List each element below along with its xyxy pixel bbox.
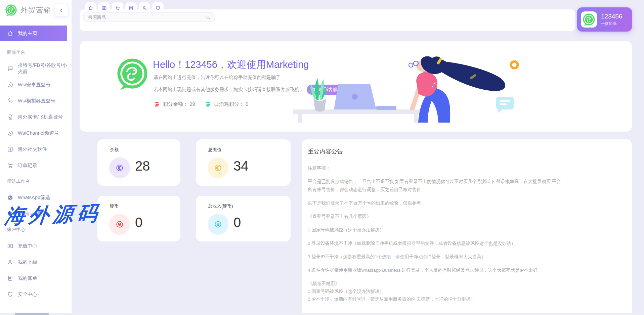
user-chip[interactable]: 123456 一贫如洗 — [577, 7, 632, 32]
top-tab-home[interactable] — [85, 2, 96, 12]
search-input[interactable] — [84, 15, 206, 20]
sidebar-item[interactable]: Ws/安卓直登号 — [0, 77, 72, 93]
bill-icon — [7, 275, 13, 281]
stat-card: 余额28 — [97, 139, 180, 186]
stat-card-value: 28 — [135, 159, 150, 174]
user-star-icon — [7, 259, 13, 265]
user-name: 123456 — [601, 13, 622, 20]
euro-coin-icon — [109, 158, 130, 178]
app-title: 外贸营销 — [20, 5, 51, 15]
wallet-icon — [101, 5, 107, 11]
sidebar-section-header: 商品平台 — [0, 44, 72, 60]
horizontal-scrollbar — [0, 313, 644, 315]
points-item: 积分余额： 29 — [154, 101, 195, 108]
welcome-line1: 请在网站上进行充值，告诉你可以在给你手动充值的都是骗子 — [154, 75, 281, 81]
sidebar-item[interactable]: Ws/Channel频道号 — [0, 125, 72, 141]
search-icon[interactable] — [206, 15, 211, 20]
top-tab-shield[interactable] — [152, 2, 164, 12]
cart-icon — [115, 5, 120, 11]
sidebar-item-label: 我的账单 — [18, 275, 37, 281]
announcement-title: 重要内容公告 — [308, 147, 561, 155]
sidebar-item-label: 推特号/FB号/谷歌号/小火箭 — [18, 62, 72, 75]
stat-card: 硬币0 — [97, 196, 180, 241]
horizontal-scrollbar-thumb[interactable] — [15, 313, 49, 315]
top-header-bar — [80, 9, 575, 31]
stat-card-label: 总充值 — [208, 147, 221, 153]
stat-card-value: 0 — [135, 215, 142, 230]
sidebar-item-home[interactable]: 我的主页 — [0, 26, 67, 41]
top-tab-user-star[interactable] — [139, 2, 150, 12]
sidebar-item-label: 海外实卡/飞机直登号 — [18, 114, 63, 120]
app-logo: 外贸营销 — [5, 4, 51, 16]
sidebar-item[interactable]: 推特号/FB号/谷歌号/小火箭 — [0, 60, 72, 77]
top-tab-cart[interactable] — [112, 2, 123, 12]
plant — [311, 79, 327, 112]
sidebar-collapse-button[interactable] — [55, 4, 68, 16]
avatar — [581, 11, 597, 28]
announcement-paragraph: 1.国家号码被风控（这个没办法解决） — [308, 287, 561, 295]
sidebar-menu: 商品平台推特号/FB号/谷歌号/小火箭Ws/安卓直登号Ws/模拟器直登号海外实卡… — [0, 44, 72, 302]
points-label: 积分余额： 29 — [163, 101, 195, 107]
sidebar-item[interactable]: Telegram筛选 — [0, 206, 72, 222]
points-row: 积分余额： 29日消耗积分： 0 — [154, 101, 248, 108]
sidebar-item[interactable]: 订单记录 — [0, 157, 72, 173]
coins-icon — [154, 101, 161, 108]
coins-icon — [205, 101, 212, 108]
workspace-illustration — [288, 44, 523, 123]
sidebar-item-label: Telegram筛选 — [18, 211, 48, 217]
sidebar-item-label: 充值中心 — [18, 243, 37, 249]
top-tabs — [85, 2, 164, 12]
sidebar-item[interactable]: 安全中心 — [0, 286, 72, 302]
announcement-paragraph: 以下是我们登录了不下百万个号的出来的经验，仅供参考 — [308, 199, 561, 207]
announcement-paragraph: 注意事项： — [308, 164, 561, 172]
user-subtitle: 一贫如洗 — [601, 21, 622, 26]
sidebar-item[interactable]: WhatsApp筛选 — [0, 189, 72, 206]
sidebar-item[interactable]: 充值中心 — [0, 238, 72, 254]
shield-icon — [7, 291, 13, 298]
whatsapp-filled-icon — [7, 194, 13, 201]
home-icon — [88, 5, 93, 11]
home-icon — [7, 30, 13, 37]
sidebar-item[interactable]: Ws/模拟器直登号 — [0, 93, 72, 109]
facebook-icon — [7, 146, 13, 152]
whatsapp-icon — [7, 130, 13, 136]
top-tab-wallet[interactable] — [98, 2, 110, 12]
announcement-paragraph: 《直登号登录不上有几个原因》 — [308, 213, 561, 221]
points-label: 日消耗积分： 0 — [214, 101, 249, 107]
stat-card-value: 34 — [233, 159, 249, 174]
wallet-icon — [7, 243, 13, 249]
announcement-paragraph: 2.登录设备环境不干净（卸载删除干净手机或者模拟器里的文件，或者设备信息被风控这… — [308, 239, 561, 248]
phone-icon — [7, 98, 13, 104]
sidebar-item-label: Ws/Channel频道号 — [18, 130, 59, 136]
sidebar-item-label: 我的主页 — [18, 30, 37, 37]
sidebar-section-header: 账户中心 — [0, 222, 72, 238]
welcome-title: Hello！123456，欢迎使用Marketing — [153, 58, 309, 72]
top-tab-bill[interactable] — [125, 2, 137, 12]
coin-pin-icon — [109, 214, 130, 235]
sidebar-item[interactable]: 海外社交软件 — [0, 141, 72, 157]
chat-icon — [7, 65, 13, 72]
sidebar-item-label: 订单记录 — [18, 162, 37, 169]
woman — [409, 56, 505, 123]
announcement-paragraph: 3.登录IP不干净（这是权重最高的1个选项，请使用干净动态IP登录，登录概率大大… — [308, 253, 561, 261]
shield-icon — [155, 5, 161, 11]
sidebar-item-label: 我的下级 — [18, 259, 37, 265]
whatsapp-icon — [7, 82, 13, 88]
points-item: 日消耗积分： 0 — [205, 101, 249, 108]
welcome-line2-text: 若本网站出现问题或有其他服务需求，如实卡接码请直接联系客服飞机： — [154, 87, 304, 93]
euro-coin-icon — [208, 158, 228, 178]
welcome-banner: Hello！123456，欢迎使用Marketing 请在网站上进行充值，告诉你… — [80, 41, 632, 132]
sidebar-item[interactable]: 我的下级 — [0, 254, 72, 270]
announcement-panel: 重要内容公告 注意事项：平台是已批发形式销售，一旦售出不退不换 如果有登录不上的… — [302, 139, 632, 315]
sidebar-item[interactable]: 海外实卡/飞机直登号 — [0, 109, 72, 125]
announcement-body: 注意事项：平台是已批发形式销售，一旦售出不退不换 如果有登录不上的情况你可以不时… — [308, 164, 561, 303]
announcement-paragraph: 《频道不耐用》 — [308, 280, 561, 287]
chat-bubble-shape — [496, 97, 514, 113]
sidebar-section-header: 筛选工作台 — [0, 173, 72, 189]
sidebar-item-label: 安全中心 — [18, 291, 37, 298]
laptop — [334, 84, 396, 110]
stat-card-label: 硬币 — [110, 203, 119, 209]
stat-card-label: 余额 — [110, 147, 119, 153]
sidebar-item[interactable]: 我的账单 — [0, 270, 72, 286]
announcement-paragraph: 平台是已批发形式销售，一旦售出不退不换 如果有登录不上的情况你可以不时买几个号测… — [308, 178, 561, 194]
